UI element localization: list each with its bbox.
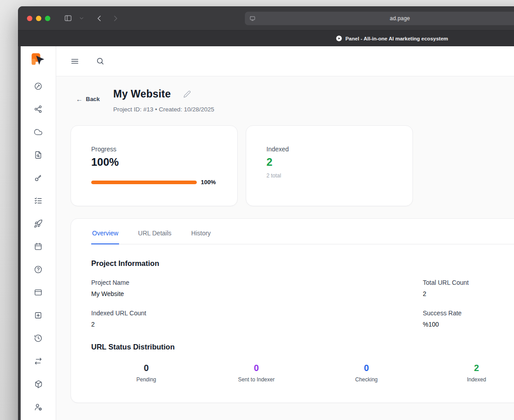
field-indexed-url-count: Indexed URL Count 2 — [91, 309, 423, 328]
app-header — [56, 46, 514, 76]
progress-bar-label: 100% — [201, 179, 216, 186]
draw-icon[interactable] — [30, 78, 47, 95]
stat-label: Sent to Indexer — [201, 376, 311, 383]
stat-label: Checking — [311, 376, 421, 383]
stat-indexed: 2 Indexed — [421, 363, 514, 383]
browser-tab[interactable]: Panel - All-in-one AI marketing ecosyste… — [325, 31, 459, 46]
stat-value: 0 — [201, 363, 311, 373]
stat-pending: 0 Pending — [91, 363, 201, 383]
progress-bar-track — [91, 181, 197, 184]
swap-icon[interactable] — [30, 353, 47, 370]
app-main: ← Back My Website Project ID: #13 • Crea… — [56, 46, 514, 420]
window-controls — [27, 16, 50, 21]
field-value: 2 — [423, 290, 514, 297]
stat-value: 0 — [91, 363, 201, 373]
close-window-button[interactable] — [27, 16, 32, 21]
indexed-card: Indexed 2 2 total — [246, 125, 413, 206]
field-label: Indexed URL Count — [91, 309, 423, 317]
minimize-window-button[interactable] — [36, 16, 41, 21]
browser-toolbar: ad.page — [18, 6, 514, 30]
indexed-label: Indexed — [266, 146, 392, 153]
field-total-url-count: Total URL Count 2 — [423, 279, 514, 297]
progress-value: 100% — [91, 156, 217, 168]
rocket-icon[interactable] — [30, 215, 47, 232]
project-fields: Project Name My Website Total URL Count … — [91, 279, 514, 328]
tab-history[interactable]: History — [191, 222, 212, 244]
field-project-name: Project Name My Website — [91, 279, 423, 297]
tab-title: Panel - All-in-one AI marketing ecosyste… — [346, 36, 448, 41]
stat-value: 2 — [421, 363, 514, 373]
project-detail-card: Overview URL Details History Project Inf… — [71, 218, 514, 403]
browser-icon[interactable] — [30, 284, 47, 301]
page-content: ← Back My Website Project ID: #13 • Crea… — [56, 76, 514, 420]
stat-cards: Progress 100% 100% Indexed 2 2 total — [71, 125, 514, 206]
sidebar-toggle-icon[interactable] — [61, 12, 75, 25]
tab-overview[interactable]: Overview — [91, 222, 119, 244]
tab-bar: Overview URL Details History — [91, 219, 514, 244]
browser-nav — [61, 12, 122, 25]
user-settings-icon[interactable] — [30, 398, 47, 416]
stat-value: 0 — [311, 363, 421, 373]
edit-title-icon[interactable] — [183, 90, 191, 98]
chevron-down-icon[interactable] — [77, 12, 85, 25]
field-label: Success Rate — [423, 309, 514, 317]
progress-label: Progress — [91, 146, 217, 153]
web-page: ← Back My Website Project ID: #13 • Crea… — [18, 46, 514, 420]
field-value: My Website — [91, 290, 423, 297]
indexed-value: 2 — [266, 156, 392, 168]
tab-url-details[interactable]: URL Details — [137, 222, 172, 244]
calendar-icon[interactable] — [30, 238, 47, 255]
field-value: %100 — [423, 321, 514, 328]
history-icon[interactable] — [30, 330, 47, 347]
zoom-window-button[interactable] — [45, 16, 50, 21]
back-button[interactable]: ← Back — [76, 95, 100, 103]
url-status-stats: 0 Pending 0 Sent to Indexer 0 Checking — [91, 363, 514, 383]
url-text: ad.page — [245, 15, 514, 22]
back-arrow-icon: ← — [76, 95, 83, 103]
tab-strip: Panel - All-in-one AI marketing ecosyste… — [18, 30, 514, 46]
progress-bar-fill — [91, 181, 197, 184]
address-bar[interactable]: ad.page — [245, 12, 514, 25]
stat-checking: 0 Checking — [311, 363, 421, 383]
help-icon[interactable] — [30, 261, 47, 278]
play-favicon — [336, 35, 342, 42]
back-icon[interactable] — [93, 12, 106, 25]
field-label: Project Name — [91, 279, 423, 286]
project-information-heading: Project Information — [91, 259, 514, 268]
browser-window: ad.page Panel - All-in-one AI marketing … — [18, 6, 514, 420]
page-head: ← Back My Website Project ID: #13 • Crea… — [71, 88, 514, 113]
share-icon[interactable] — [30, 101, 47, 118]
browser-chrome: ad.page Panel - All-in-one AI marketing … — [18, 6, 514, 46]
cloud-icon[interactable] — [30, 124, 47, 141]
back-label: Back — [86, 96, 100, 102]
field-label: Total URL Count — [423, 279, 514, 286]
stat-label: Indexed — [421, 376, 514, 383]
package-icon[interactable] — [30, 376, 47, 393]
app-logo[interactable] — [30, 52, 46, 68]
progress-bar-row: 100% — [91, 179, 217, 186]
app-sidebar — [21, 46, 56, 420]
title-block: My Website Project ID: #13 • Created: 10… — [113, 88, 214, 113]
menu-icon[interactable] — [68, 54, 81, 68]
checklist-icon[interactable] — [30, 192, 47, 209]
field-success-rate: Success Rate %100 — [423, 309, 514, 328]
url-status-heading: URL Status Distribution — [91, 343, 514, 351]
stat-label: Pending — [91, 376, 201, 383]
stat-sent-to-indexer: 0 Sent to Indexer — [201, 363, 311, 383]
key-icon[interactable] — [30, 169, 47, 186]
sidebar-nav — [30, 78, 47, 416]
add-icon[interactable] — [30, 307, 47, 324]
indexed-total: 2 total — [266, 172, 392, 179]
page-search-icon[interactable] — [30, 146, 47, 164]
forward-icon[interactable] — [109, 12, 122, 25]
search-icon[interactable] — [93, 54, 107, 68]
progress-card: Progress 100% 100% — [71, 125, 238, 206]
project-meta: Project ID: #13 • Created: 10/28/2025 — [113, 106, 214, 113]
page-title: My Website — [113, 88, 171, 100]
field-value: 2 — [91, 321, 423, 328]
